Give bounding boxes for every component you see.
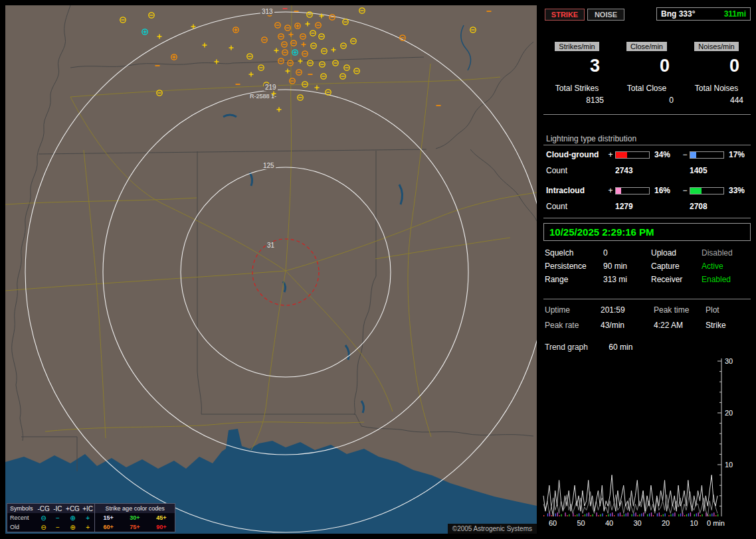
peak-rate-value: 43/min: [598, 321, 651, 336]
close-per-min-label: Close/min: [626, 42, 667, 51]
cloud-ground-counts: Count 2743 1405: [542, 166, 752, 175]
cg-positive-pct: 34%: [651, 150, 680, 159]
persistence-value: 90 min: [601, 262, 648, 275]
strikes-per-min-label: Strikes/min: [555, 42, 599, 51]
total-noises-value: 444: [682, 96, 751, 105]
legend-recent-label: Recent: [7, 513, 36, 522]
station-label: R-2588 1-: [250, 93, 276, 100]
status-block: Uptime 201:59 Peak time Plot Peak rate 4…: [542, 305, 752, 336]
ic-negative-bar: [690, 187, 724, 194]
intracloud-counts: Count 1279 2708: [542, 202, 752, 211]
strike-button[interactable]: STRIKE: [545, 9, 585, 21]
old-neg-cg-icon: ⊖: [36, 522, 50, 532]
receiver-status: Enabled: [699, 275, 752, 288]
persistence-label: Persistence: [542, 262, 601, 275]
upload-status: Disabled: [699, 248, 752, 262]
legend-pcg-header: +CG: [64, 504, 81, 513]
ring-label-313: 313: [260, 8, 274, 15]
separator: [543, 218, 751, 218]
capture-label: Capture: [648, 262, 699, 275]
svg-text:30: 30: [725, 357, 733, 365]
range-rings: [25, 12, 537, 532]
age-90: 90+: [148, 522, 175, 532]
cg-negative-pct: 17%: [725, 150, 752, 159]
separator: [543, 299, 751, 299]
plus-sign: +: [606, 186, 615, 195]
age-30: 30+: [122, 513, 148, 522]
legend-ncg-header: -CG: [36, 504, 50, 513]
plus-sign: +: [606, 150, 615, 159]
legend-old-label: Old: [7, 522, 36, 532]
ic-negative-pct: 33%: [725, 186, 752, 195]
receiver-label: Receiver: [648, 275, 699, 288]
noise-button[interactable]: NOISE: [587, 9, 624, 21]
recent-neg-cg-icon: ⊖: [36, 513, 50, 522]
cloud-ground-row: Cloud-ground + 34% − 17%: [542, 150, 752, 159]
state-borders: [12, 5, 537, 471]
recent-pos-cg-icon: ⊕: [64, 513, 81, 522]
cg-positive-bar: [615, 151, 650, 159]
count-label: Count: [542, 202, 615, 211]
trend-graph-header: Trend graph 60 min: [542, 343, 632, 352]
cg-positive-count: 2743: [615, 166, 690, 175]
svg-text:20: 20: [662, 519, 670, 527]
age-75: 75+: [122, 522, 148, 532]
age-60: 60+: [95, 522, 122, 532]
squelch-label: Squelch: [542, 248, 601, 262]
svg-text:10: 10: [690, 519, 698, 527]
trend-graph: 1020306050403020100 min: [542, 356, 752, 531]
bearing-display: Bng 333° 311mi: [656, 7, 751, 21]
peak-time-label: Peak time: [651, 305, 703, 321]
strikes-per-min-value: 3: [542, 56, 612, 78]
svg-text:60: 60: [549, 519, 557, 527]
uptime-label: Uptime: [542, 305, 598, 321]
legend-age-header: Strike age color codes: [95, 504, 175, 513]
peak-time-value: 4:22 AM: [651, 321, 703, 336]
intracloud-row: Intracloud + 16% − 33%: [542, 186, 752, 195]
ring-label-31: 31: [266, 242, 276, 249]
svg-text:40: 40: [605, 519, 613, 527]
ic-negative-count: 2708: [690, 202, 752, 211]
legend-symbols-header: Symbols: [7, 504, 36, 513]
noises-per-min-label: Noises/min: [694, 42, 738, 51]
range-value: 313 mi: [601, 275, 648, 288]
cloud-ground-label: Cloud-ground: [542, 150, 606, 159]
lightning-map[interactable]: 313 219 125 31 R-2588 1- Symbols -CG -IC…: [5, 5, 537, 534]
noises-per-min-value: 0: [682, 56, 751, 78]
range-label: Range: [542, 275, 601, 288]
svg-text:20: 20: [725, 409, 733, 417]
strike-statistics: Strikes/min 3 Total Strikes 8135 Close/m…: [542, 40, 752, 105]
total-strikes-label: Total Strikes: [542, 84, 612, 93]
count-label: Count: [542, 166, 615, 175]
svg-text:50: 50: [577, 519, 585, 527]
bearing-distance: 311mi: [724, 9, 746, 19]
age-15: 15+: [95, 513, 122, 522]
old-pos-cg-icon: ⊕: [64, 522, 81, 532]
recent-pos-ic-icon: +: [81, 513, 95, 522]
plot-label: Plot: [703, 305, 752, 321]
control-panel: STRIKE NOISE Bng 333° 311mi Strikes/min …: [542, 5, 752, 534]
svg-text:0 min: 0 min: [707, 519, 725, 527]
copyright: ©2005 Astrogenic Systems: [448, 524, 537, 534]
total-close-label: Total Close: [612, 84, 682, 93]
uptime-value: 201:59: [598, 305, 651, 321]
trend-graph-label: Trend graph: [542, 343, 588, 352]
clock-display: 10/25/2025 2:29:16 PM: [543, 223, 751, 241]
old-pos-ic-icon: +: [81, 522, 95, 532]
plot-value: Strike: [703, 321, 752, 336]
svg-text:30: 30: [633, 519, 641, 527]
map-legend: Symbols -CG -IC +CG +IC Strike age color…: [7, 503, 175, 532]
capture-status: Active: [699, 262, 752, 275]
total-close-value: 0: [612, 96, 682, 105]
total-noises-label: Total Noises: [682, 84, 751, 93]
separator: [543, 145, 751, 145]
distribution-title: Lightning type distribution: [546, 134, 636, 143]
svg-text:10: 10: [725, 461, 733, 469]
minus-sign: −: [680, 150, 690, 159]
roads: [5, 5, 537, 450]
cg-negative-count: 1405: [690, 166, 752, 175]
old-neg-ic-icon: −: [51, 522, 64, 532]
ring-label-125: 125: [262, 162, 276, 169]
legend-pic-header: +IC: [81, 504, 95, 513]
upload-label: Upload: [648, 248, 699, 262]
